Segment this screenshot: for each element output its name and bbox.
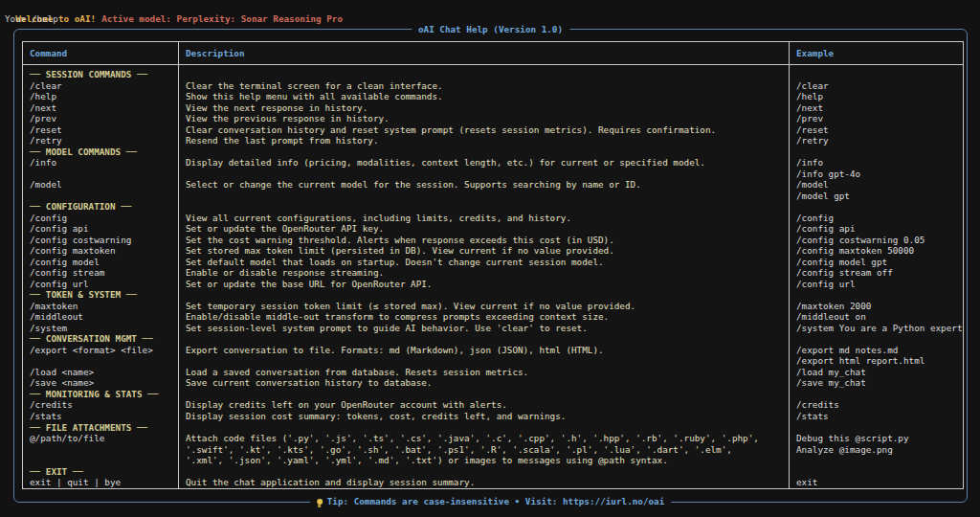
row-command: /load <name> bbox=[30, 367, 178, 378]
row-command bbox=[30, 355, 178, 367]
column-example: Example /clear/help/next/prev/reset/retr… bbox=[790, 42, 963, 488]
row-description: Set temporary session token limit (≤ sto… bbox=[186, 301, 789, 312]
row-command: /reset bbox=[30, 124, 178, 136]
tip-bar: Tip: Commands are case-insensitive • Vis… bbox=[310, 496, 672, 507]
row-command: /config stream bbox=[30, 267, 178, 279]
row-command: /next bbox=[30, 102, 178, 114]
row-example: /info bbox=[796, 157, 963, 169]
active-model-text: Active model: Perplexity: Sonar Reasonin… bbox=[101, 13, 343, 24]
section-header: ── FILE ATTACHMENTS ── bbox=[30, 422, 178, 434]
row-example bbox=[796, 422, 963, 434]
row-description bbox=[186, 69, 789, 80]
row-example: /config url bbox=[796, 279, 963, 290]
header-description: Description bbox=[186, 48, 245, 59]
row-example bbox=[796, 69, 963, 80]
row-example bbox=[796, 466, 963, 478]
header-separator bbox=[23, 64, 963, 65]
row-example: /model gpt bbox=[796, 191, 963, 202]
row-command: exit | quit | bye bbox=[30, 477, 178, 488]
row-example: Analyze @image.png bbox=[796, 444, 963, 456]
section-header: ── CONVERSATION MGMT ── bbox=[30, 333, 178, 345]
row-description: Set or update the base URL for OpenRoute… bbox=[186, 279, 789, 290]
row-example: /credits bbox=[796, 399, 963, 411]
section-header: ── CONFIGURATION ── bbox=[30, 201, 178, 213]
row-command: /system bbox=[30, 323, 178, 334]
section-header: ── MODEL COMMANDS ── bbox=[30, 146, 178, 158]
row-example: /config api bbox=[796, 223, 963, 235]
row-command: /help bbox=[30, 91, 178, 102]
row-example: /export html report.html bbox=[796, 355, 963, 367]
row-command: /clear bbox=[30, 80, 178, 92]
row-example: /next bbox=[796, 102, 963, 114]
row-command: /config costwarning bbox=[30, 235, 178, 246]
row-example bbox=[796, 455, 963, 466]
row-description bbox=[186, 355, 789, 367]
column-description: Description Clear the terminal screen fo… bbox=[179, 42, 790, 488]
row-command: /maxtoken bbox=[30, 301, 178, 312]
row-description: View the previous response in history. bbox=[186, 113, 789, 124]
row-description bbox=[186, 333, 789, 345]
row-description: '.swift', '.kt', '.kts', '.go', '.sh', '… bbox=[186, 444, 789, 456]
row-example: /config maxtoken 50000 bbox=[796, 245, 963, 257]
row-description: Set the cost warning threshold. Alerts w… bbox=[186, 235, 789, 246]
help-table: Command ── SESSION COMMANDS ──/clear/hel… bbox=[22, 41, 964, 489]
row-example: /maxtoken 2000 bbox=[796, 301, 963, 312]
row-description bbox=[186, 289, 789, 301]
row-description: Enable/disable middle-out transform to c… bbox=[186, 311, 789, 323]
row-description: '.xml', '.json', '.yaml', '.yml', '.md',… bbox=[186, 455, 789, 466]
row-command: /model bbox=[30, 179, 178, 191]
terminal-prompt-line[interactable]: You> bbox=[5, 505, 50, 517]
row-example bbox=[796, 146, 963, 158]
row-description: Set default model that loads on startup.… bbox=[186, 257, 789, 268]
row-command bbox=[30, 169, 178, 180]
row-command: /stats bbox=[30, 411, 178, 422]
header-example: Example bbox=[796, 48, 834, 59]
row-description: Load a saved conversation from database.… bbox=[186, 367, 789, 378]
col-command-lines: ── SESSION COMMANDS ──/clear/help/next/p… bbox=[30, 69, 178, 488]
row-description: Select or change the current model for t… bbox=[186, 179, 789, 191]
row-example: /load my_chat bbox=[796, 367, 963, 378]
column-command: Command ── SESSION COMMANDS ──/clear/hel… bbox=[23, 42, 179, 488]
row-description: View the next response in history. bbox=[186, 102, 789, 114]
row-example bbox=[796, 201, 963, 213]
row-example: /reset bbox=[796, 124, 963, 136]
row-description: Set stored max token limit (persisted in… bbox=[186, 245, 789, 257]
row-example: /prev bbox=[796, 113, 963, 124]
row-description: Show this help menu with all available c… bbox=[186, 91, 789, 102]
row-command: @/path/to/file bbox=[30, 433, 178, 444]
lightbulb-icon bbox=[317, 499, 323, 505]
col-description-lines: Clear the terminal screen for a clean in… bbox=[186, 69, 789, 488]
row-command: /config api bbox=[30, 223, 178, 235]
row-description bbox=[186, 169, 789, 180]
col-example-lines: /clear/help/next/prev/reset/retry/info/i… bbox=[796, 69, 963, 488]
row-description: Set or update the OpenRouter API key. bbox=[186, 223, 789, 235]
row-description bbox=[186, 201, 789, 213]
row-command: /config url bbox=[30, 279, 178, 290]
row-description: Enable or disable response streaming. bbox=[186, 267, 789, 279]
help-panel-title: oAI Chat Help (Version 1.0) bbox=[412, 24, 569, 35]
row-example: /config costwarning 0.05 bbox=[796, 235, 963, 246]
row-description bbox=[186, 146, 789, 158]
row-command: /credits bbox=[30, 399, 178, 411]
row-command: /retry bbox=[30, 135, 178, 146]
row-description: View all current configurations, includi… bbox=[186, 213, 789, 224]
section-header: ── SESSION COMMANDS ── bbox=[30, 69, 178, 80]
row-description: Display detailed info (pricing, modaliti… bbox=[186, 157, 789, 169]
row-example: Debug this @script.py bbox=[796, 433, 963, 444]
row-description: Save current conversation history to dat… bbox=[186, 377, 789, 389]
row-description: Display credits left on your OpenRouter … bbox=[186, 399, 789, 411]
row-example: /save my_chat bbox=[796, 377, 963, 389]
row-command: /config model bbox=[30, 257, 178, 268]
row-command bbox=[30, 191, 178, 202]
tip-text: Tip: Commands are case-insensitive • Vis… bbox=[327, 496, 665, 507]
row-example: /system You are a Python expert bbox=[796, 323, 963, 334]
row-example: /export md notes.md bbox=[796, 345, 963, 356]
row-command bbox=[30, 455, 178, 466]
row-description bbox=[186, 466, 789, 478]
header-command: Command bbox=[30, 48, 67, 59]
prompt-history-line: You> /help bbox=[5, 13, 58, 25]
row-example: /clear bbox=[796, 80, 963, 92]
row-command: /config maxtoken bbox=[30, 245, 178, 257]
row-example: /stats bbox=[796, 411, 963, 422]
row-example bbox=[796, 389, 963, 400]
